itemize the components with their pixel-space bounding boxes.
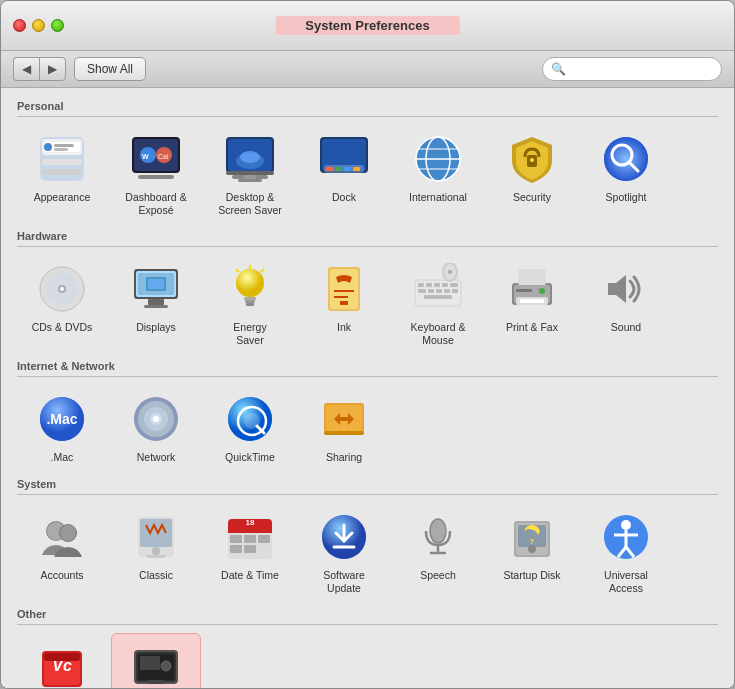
search-input[interactable] — [569, 62, 713, 76]
quicktime-icon — [222, 391, 278, 447]
datetime-label: Date & Time — [221, 569, 279, 582]
pref-item-wacom[interactable]: Wacom Tablet — [111, 633, 201, 688]
svg-rect-60 — [246, 303, 254, 306]
svg-rect-72 — [426, 283, 432, 287]
cds-dvds-label: CDs & DVDs — [32, 321, 93, 334]
sharing-icon — [316, 391, 372, 447]
printer-icon — [504, 261, 560, 317]
svg-rect-68 — [340, 301, 348, 305]
svg-rect-59 — [245, 300, 255, 303]
zoom-button[interactable] — [51, 19, 64, 32]
pref-item-displays[interactable]: Displays — [111, 255, 201, 352]
pref-item-software-update[interactable]: SoftwareUpdate — [299, 503, 389, 600]
system-items-grid: Accounts Classic — [17, 503, 718, 600]
section-title-personal: Personal — [17, 100, 718, 117]
minimize-button[interactable] — [32, 19, 45, 32]
pref-item-sharing[interactable]: Sharing — [299, 385, 389, 470]
svg-rect-77 — [428, 289, 434, 293]
svg-rect-71 — [418, 283, 424, 287]
section-system: System Accounts — [17, 478, 718, 600]
svg-rect-114 — [140, 519, 172, 547]
svg-rect-22 — [238, 179, 262, 182]
accounts-icon — [34, 509, 90, 565]
svg-rect-4 — [42, 169, 82, 175]
pref-item-quicktime[interactable]: QuickTime — [205, 385, 295, 470]
desktop-label: Desktop &Screen Saver — [218, 191, 282, 216]
close-button[interactable] — [13, 19, 26, 32]
search-box[interactable]: 🔍 — [542, 57, 722, 81]
nav-buttons: ◀ ▶ — [13, 57, 66, 81]
pref-item-sound[interactable]: Sound — [581, 255, 671, 352]
svg-rect-116 — [146, 555, 166, 558]
svg-point-47 — [60, 287, 64, 291]
pref-item-ink[interactable]: Ink — [299, 255, 389, 352]
svg-rect-51 — [148, 299, 164, 305]
pref-item-appearance[interactable]: Appearance — [17, 125, 107, 222]
adobe-icon: Vc — [34, 639, 90, 688]
dashboard-icon: W Cal — [128, 131, 184, 187]
svg-point-90 — [539, 288, 545, 294]
svg-point-115 — [152, 547, 160, 555]
other-items-grid: Vc AdobeVersion Cue™ — [17, 633, 718, 688]
svg-point-37 — [530, 158, 534, 162]
pref-item-desktop[interactable]: Desktop &Screen Saver — [205, 125, 295, 222]
speech-icon — [410, 509, 466, 565]
pref-item-energy[interactable]: EnergySaver — [205, 255, 295, 352]
sound-icon — [598, 261, 654, 317]
pref-item-date-time[interactable]: 18 Date & Time — [205, 503, 295, 600]
pref-item-dashboard[interactable]: W Cal Dashboard &Exposé — [111, 125, 201, 222]
security-label: Security — [513, 191, 551, 204]
pref-item-print-fax[interactable]: Print & Fax — [487, 255, 577, 352]
pref-item-keyboard[interactable]: Keyboard &Mouse — [393, 255, 483, 352]
pref-item-accounts[interactable]: Accounts — [17, 503, 107, 600]
svg-rect-20 — [226, 171, 274, 175]
pref-item-dock[interactable]: Dock — [299, 125, 389, 222]
svg-point-135 — [528, 545, 536, 553]
svg-rect-73 — [434, 283, 440, 287]
desktop-icon — [222, 131, 278, 187]
spotlight-icon — [598, 131, 654, 187]
pref-item-startup-disk[interactable]: ? Startup Disk — [487, 503, 577, 600]
svg-point-18 — [240, 151, 260, 163]
pref-item-security[interactable]: Security — [487, 125, 577, 222]
pref-item-speech[interactable]: Speech — [393, 503, 483, 600]
pref-item-cds-dvds[interactable]: CDs & DVDs — [17, 255, 107, 352]
svg-point-57 — [236, 269, 264, 297]
security-icon — [504, 131, 560, 187]
svg-text:Cal: Cal — [158, 153, 169, 160]
title-bar: System Preferences — [1, 1, 734, 51]
software-update-label: SoftwareUpdate — [323, 569, 364, 594]
quicktime-label: QuickTime — [225, 451, 275, 464]
pref-item-classic[interactable]: Classic — [111, 503, 201, 600]
dashboard-label: Dashboard &Exposé — [125, 191, 186, 216]
svg-rect-121 — [244, 535, 256, 543]
svg-rect-75 — [450, 283, 458, 287]
svg-rect-74 — [442, 283, 448, 287]
svg-point-84 — [448, 270, 452, 274]
startup-disk-label: Startup Disk — [503, 569, 560, 582]
forward-button[interactable]: ▶ — [39, 57, 66, 81]
section-title-internet: Internet & Network — [17, 360, 718, 377]
pref-item-network[interactable]: Network — [111, 385, 201, 470]
svg-rect-122 — [258, 535, 270, 543]
svg-rect-87 — [518, 269, 546, 285]
pref-item-mac[interactable]: .Mac .Mac — [17, 385, 107, 470]
svg-rect-81 — [424, 295, 452, 299]
mac-icon: .Mac — [34, 391, 90, 447]
software-update-icon — [316, 509, 372, 565]
search-icon: 🔍 — [551, 62, 566, 76]
pref-item-adobe[interactable]: Vc AdobeVersion Cue™ — [17, 633, 107, 688]
cd-icon — [34, 261, 90, 317]
svg-rect-29 — [353, 167, 360, 171]
pref-item-international[interactable]: International — [393, 125, 483, 222]
pref-item-spotlight[interactable]: Spotlight — [581, 125, 671, 222]
back-button[interactable]: ◀ — [13, 57, 39, 81]
keyboard-icon — [410, 261, 466, 317]
show-all-button[interactable]: Show All — [74, 57, 146, 81]
universal-access-label: UniversalAccess — [604, 569, 648, 594]
svg-point-99 — [153, 416, 159, 422]
datetime-icon: 18 — [222, 509, 278, 565]
pref-item-universal-access[interactable]: UniversalAccess — [581, 503, 671, 600]
svg-rect-107 — [324, 431, 364, 435]
svg-rect-78 — [436, 289, 442, 293]
